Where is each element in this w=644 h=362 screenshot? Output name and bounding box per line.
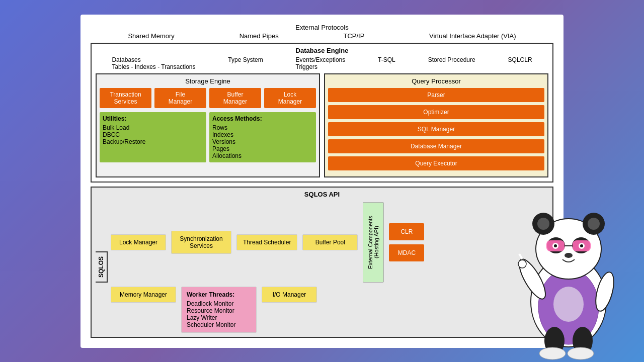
sqlos-row1: Lock Manager SynchronizationServices Thr… [111,202,548,283]
worker-threads-title: Worker Threads: [187,291,251,298]
storage-engine-box: Storage Engine TransactionServices FileM… [96,73,320,177]
svg-point-8 [572,237,590,253]
file-manager-btn: FileManager [154,88,206,108]
external-protocols-row: Shared Memory Named Pipes TCP/IP Virtual… [91,32,553,40]
access-title: Access Methods: [212,115,313,122]
indexes-label: Indexes [212,131,313,138]
database-engine-title: Database Engine [96,47,548,54]
clr-btn: CLR [389,223,424,240]
pages-label: Pages [212,145,313,152]
named-pipes-label: Named Pipes [239,32,279,40]
database-engine-box: Database Engine DatabasesTables - Indexe… [91,43,553,183]
svg-point-13 [579,243,585,249]
svg-point-20 [573,327,593,355]
parser-btn: Parser [328,88,544,102]
access-methods-box: Access Methods: Rows Indexes Versions Pa… [209,112,316,162]
db-subtitle-tsql: T-SQL [378,56,395,70]
sqlos-api-title: SQLOS API [96,191,548,198]
svg-point-16 [565,253,573,258]
ext-components-box: External Components(Hosting API) [363,202,384,283]
deadlock-monitor: Deadlock Monitor [187,300,251,307]
memory-manager-sqlos: Memory Manager [111,287,176,303]
rows-label: Rows [212,124,313,131]
sqlos-section: SQLOS API SQLOS Lock Manager Synchroniza… [91,187,553,338]
sql-manager-btn: SQL Manager [328,122,544,136]
io-manager-sqlos: I/O Manager [262,287,317,303]
lock-manager-sqlos: Lock Manager [111,234,166,250]
buffer-pool-sqlos: Buffer Pool [302,234,358,250]
clr-mdac-col: CLR MDAC [389,223,424,261]
utilities-box: Utilities: Bulk Load DBCC Backup/Restore [100,112,206,162]
tcpip-label: TCP/IP [343,32,364,40]
resource-monitor: Resource Monitor [187,307,251,314]
lazy-writer: Lazy Writer [187,314,251,321]
external-protocols-title: External Protocols [91,24,553,31]
database-engine-subtitle: DatabasesTables - Indexes - Transactions… [96,56,548,70]
db-engine-inner: Storage Engine TransactionServices FileM… [96,73,548,177]
shared-memory-label: Shared Memory [128,32,174,40]
via-label: Virtual Interface Adapter (VIA) [429,32,516,40]
sync-services-sqlos: SynchronizationServices [171,231,231,254]
db-subtitle-events: Events/ExceptionsTriggers [296,56,346,70]
main-diagram: External Protocols Shared Memory Named P… [80,15,564,348]
thread-scheduler-sqlos: Thread Scheduler [236,234,297,250]
svg-point-6 [588,218,600,230]
svg-point-18 [592,270,617,313]
transaction-services-btn: TransactionServices [100,88,151,108]
dbcc-label: DBCC [103,131,203,138]
sqlos-content: Lock Manager SynchronizationServices Thr… [108,202,548,333]
storage-engine-title: Storage Engine [100,77,316,85]
db-subtitle-type: Type System [228,56,263,70]
svg-point-21 [539,347,566,359]
svg-rect-10 [573,240,591,251]
lock-manager-btn: LockManager [264,88,316,108]
sqlos-row2: Memory Manager Worker Threads: Deadlock … [111,287,548,333]
database-manager-btn: Database Manager [328,139,544,153]
storage-lower: Utilities: Bulk Load DBCC Backup/Restore… [100,112,316,162]
query-processor-box: Query Processor Parser Optimizer SQL Man… [324,73,548,177]
svg-point-15 [580,244,583,247]
worker-threads-box: Worker Threads: Deadlock Monitor Resourc… [181,287,257,333]
bulk-load-label: Bulk Load [103,124,203,131]
query-executor-btn: Query Executor [328,156,544,170]
db-subtitle-databases: DatabasesTables - Indexes - Transactions [112,56,195,70]
versions-label: Versions [212,138,313,145]
optimizer-btn: Optimizer [328,105,544,119]
backup-restore-label: Backup/Restore [103,138,203,145]
db-subtitle-sqlclr: SQLCLR [508,56,532,70]
storage-buttons-row: TransactionServices FileManager BufferMa… [100,88,316,108]
svg-point-22 [568,347,594,359]
query-processor-title: Query Processor [328,77,544,85]
sqlos-inner: SQLOS Lock Manager SynchronizationServic… [96,202,548,333]
buffer-manager-btn: BufferManager [209,88,261,108]
sqlos-label: SQLOS [96,251,108,283]
mdac-btn: MDAC [389,244,424,261]
allocations-label: Allocations [212,152,313,159]
scheduler-monitor: Scheduler Monitor [187,321,251,328]
svg-point-4 [583,213,605,235]
db-subtitle-storedproc: Stored Procedure [428,56,475,70]
utilities-title: Utilities: [103,115,203,122]
